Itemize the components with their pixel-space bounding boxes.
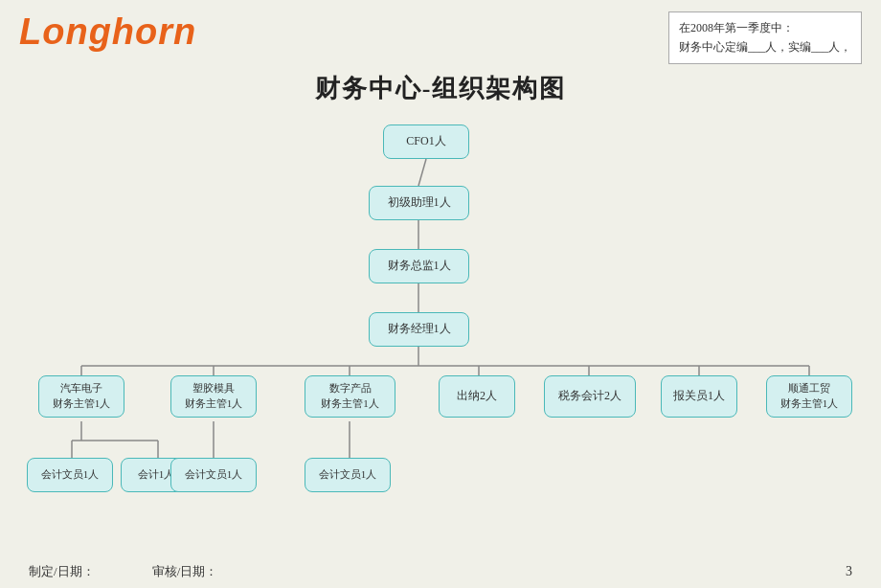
page-title: 财务中心-组织架构图 bbox=[0, 72, 881, 105]
svg-line-16 bbox=[214, 421, 254, 460]
node-digital-acc: 会计文员1人 bbox=[305, 458, 391, 492]
node-auto: 汽车电子 财务主管1人 bbox=[38, 375, 124, 418]
node-tax: 税务会计2人 bbox=[544, 375, 636, 418]
header: Longhorn 在2008年第一季度中： 财务中心定编___人，实编___人， bbox=[0, 0, 881, 68]
footer-left: 制定/日期： 审核/日期： bbox=[29, 563, 217, 580]
node-auto-acc1: 会计文员1人 bbox=[27, 458, 113, 492]
node-cashier: 出纳2人 bbox=[439, 375, 515, 418]
svg-line-18 bbox=[350, 421, 359, 460]
review-label: 审核/日期： bbox=[152, 563, 218, 580]
org-chart: CFO1人 初级助理1人 财务总监1人 财务经理1人 汽车电子 财务主管1人 塑… bbox=[10, 115, 871, 527]
node-manager: 财务经理1人 bbox=[369, 312, 469, 347]
node-plastic: 塑胶模具 财务主管1人 bbox=[170, 375, 257, 418]
node-plastic-acc: 会计文员1人 bbox=[170, 458, 257, 492]
node-director: 财务总监1人 bbox=[369, 249, 469, 283]
node-customs: 报关员1人 bbox=[661, 375, 737, 418]
info-line2: 财务中心定编___人，实编___人， bbox=[679, 37, 851, 57]
info-line1: 在2008年第一季度中： bbox=[679, 18, 851, 37]
svg-line-0 bbox=[418, 159, 426, 186]
make-label: 制定/日期： bbox=[29, 563, 95, 580]
info-box: 在2008年第一季度中： 财务中心定编___人，实编___人， bbox=[668, 11, 862, 64]
node-shuntong: 顺通工贸 财务主管1人 bbox=[766, 375, 852, 418]
node-cfo: CFO1人 bbox=[383, 124, 469, 159]
node-digital: 数字产品 财务主管1人 bbox=[305, 375, 395, 418]
node-assistant: 初级助理1人 bbox=[369, 186, 469, 220]
logo: Longhorn bbox=[19, 11, 196, 53]
footer: 制定/日期： 审核/日期： 3 bbox=[0, 563, 881, 580]
page-number: 3 bbox=[846, 564, 852, 579]
